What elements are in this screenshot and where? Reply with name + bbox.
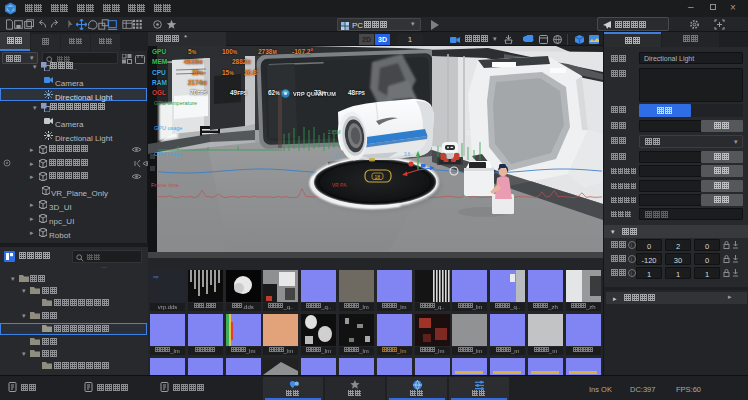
svg-text:i: i	[631, 256, 632, 262]
svg-text:i: i	[631, 242, 632, 248]
svg-text:vrp: vrp	[153, 274, 159, 279]
svg-text:i: i	[631, 270, 632, 276]
